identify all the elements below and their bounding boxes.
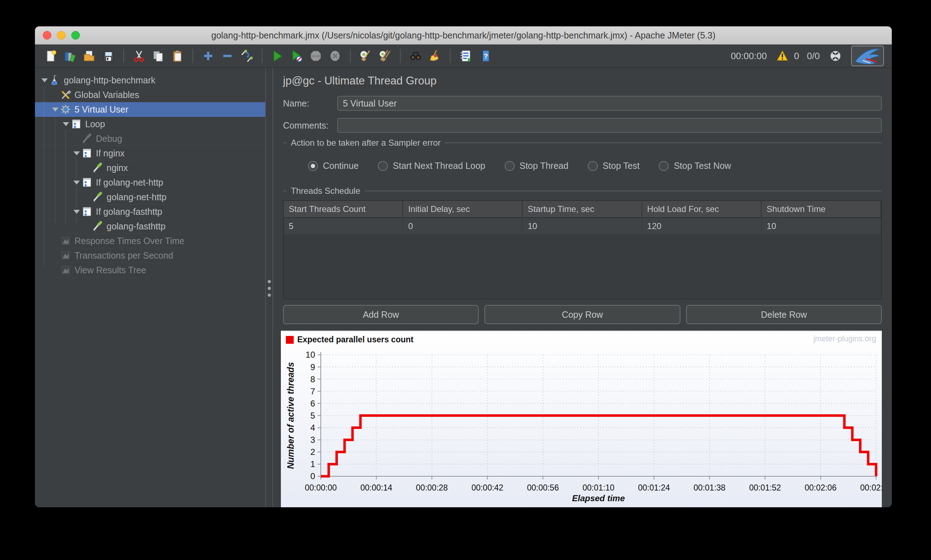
zoom-window-button[interactable] (71, 31, 80, 40)
schedule-cell[interactable]: 10 (523, 218, 642, 235)
add-row-button[interactable]: Add Row (283, 305, 479, 324)
toolbar-copy-button[interactable] (150, 48, 166, 64)
tree-item-label: View Results Tree (74, 265, 146, 275)
toolbar-clear-button[interactable] (358, 48, 373, 64)
radio-circle[interactable] (308, 161, 318, 171)
tree-item-golang-net-http[interactable]: golang-net-http (35, 190, 265, 205)
radio-continue[interactable]: Continue (308, 161, 359, 171)
radio-circle[interactable] (659, 161, 669, 171)
tree-item-label: Debug (96, 134, 122, 144)
radio-circle[interactable] (378, 161, 388, 171)
toolbar-search-button[interactable] (408, 48, 424, 64)
column-header[interactable]: Hold Load For, sec (642, 201, 762, 218)
svg-text:00:00:14: 00:00:14 (360, 483, 392, 492)
listener-icon (60, 250, 71, 261)
threads-schedule-table[interactable]: Start Threads CountInitial Delay, secSta… (283, 200, 882, 299)
svg-text:7: 7 (310, 386, 315, 396)
tree-item-label: If golang-net-http (96, 177, 163, 188)
tree-item-label: If nginx (96, 148, 125, 158)
window-controls (43, 31, 80, 40)
radio-stop-test-now[interactable]: Stop Test Now (659, 161, 731, 171)
tree-item-transactions-per-second[interactable]: Transactions per Second (35, 248, 265, 263)
toolbar-reset-gui-button[interactable] (239, 48, 254, 64)
tree-splitter[interactable] (265, 68, 273, 507)
tree-item-label: Transactions per Second (74, 251, 173, 261)
name-input[interactable] (337, 96, 882, 111)
toolbar-separator (400, 49, 401, 63)
tree-item-loop[interactable]: Loop (35, 117, 265, 131)
toolbar-start-no-timers-button[interactable] (289, 48, 304, 64)
toolbar-help-button[interactable]: ? (477, 48, 493, 64)
tree-item-5-virtual-user[interactable]: 5 Virtual User (35, 102, 265, 117)
remote-start-icon[interactable] (828, 48, 843, 64)
expander-icon[interactable] (61, 122, 71, 126)
column-header[interactable]: Shutdown Time (762, 201, 881, 218)
tree-item-nginx[interactable]: nginx (35, 161, 265, 175)
toolbar-new-file-button[interactable] (43, 48, 59, 64)
toolbar-start-button[interactable] (270, 48, 285, 64)
toolbar-clear-all-button[interactable] (377, 48, 393, 64)
tree-item-if-nginx[interactable]: If nginx (35, 146, 265, 161)
copy-row-button[interactable]: Copy Row (484, 305, 680, 324)
expander-icon[interactable] (72, 181, 82, 185)
tree-item-if-golang-net-http[interactable]: If golang-net-http (35, 175, 265, 190)
toolbar-remove-button[interactable] (220, 48, 235, 64)
minimize-window-button[interactable] (57, 31, 66, 40)
sampler-icon (92, 221, 103, 232)
delete-row-button[interactable]: Delete Row (686, 305, 882, 324)
schedule-header-row: Start Threads CountInitial Delay, secSta… (284, 201, 881, 218)
svg-text:00:01:24: 00:01:24 (638, 483, 670, 492)
comments-input[interactable] (337, 118, 882, 133)
radio-circle[interactable] (588, 161, 598, 171)
close-window-button[interactable] (43, 31, 51, 40)
toolbar-cut-button[interactable] (131, 48, 147, 64)
tree-item-response-times-over-time[interactable]: Response Times Over Time (35, 234, 265, 248)
expander-icon[interactable] (40, 78, 49, 82)
radio-stop-test[interactable]: Stop Test (588, 161, 640, 171)
radio-start-next-thread-loop[interactable]: Start Next Thread Loop (378, 161, 485, 171)
log-errors-indicator[interactable]: 0 (775, 48, 799, 64)
toolbar-save-button[interactable] (100, 48, 116, 64)
tree-item-label: 5 Virtual User (74, 105, 128, 115)
schedule-cell[interactable]: 120 (642, 218, 762, 235)
svg-text:00:00:42: 00:00:42 (472, 483, 504, 492)
schedule-data-row[interactable]: 501012010 (284, 218, 881, 235)
svg-text:STOP: STOP (311, 54, 320, 58)
controller-icon (71, 118, 82, 129)
toolbar-open-file-button[interactable] (81, 48, 97, 64)
toolbar-add-button[interactable] (200, 48, 216, 64)
expander-icon[interactable] (72, 210, 82, 214)
toolbar-clear-search-button[interactable] (427, 48, 443, 64)
tree-item-label: Global Variables (74, 90, 139, 100)
tree-item-golang-fasthttp[interactable]: golang-fasthttp (35, 219, 265, 234)
tree-item-debug[interactable]: Debug (35, 131, 265, 146)
controller-icon (82, 177, 92, 188)
tree-item-label: Loop (85, 119, 105, 129)
toolbar-paste-button[interactable] (170, 48, 185, 64)
radio-label: Stop Thread (520, 161, 569, 171)
jmeter-logo-button[interactable] (851, 46, 884, 66)
tree-indent-guide (65, 130, 66, 223)
expander-icon[interactable] (50, 108, 60, 111)
radio-label: Stop Test (603, 161, 640, 171)
schedule-cell[interactable]: 10 (762, 218, 881, 235)
column-header[interactable]: Initial Delay, sec (403, 201, 523, 218)
tree-item-view-results-tree[interactable]: View Results Tree (35, 263, 265, 277)
svg-text:00:01:38: 00:01:38 (694, 483, 726, 492)
toolbar-separator (450, 49, 450, 63)
schedule-cell[interactable]: 5 (284, 218, 403, 235)
tree-item-global-variables[interactable]: Global Variables (35, 88, 265, 102)
toolbar-function-helper-button[interactable] (458, 48, 473, 64)
svg-text:4: 4 (310, 423, 315, 432)
toolbar-templates-button[interactable] (62, 48, 78, 64)
schedule-cell[interactable]: 0 (403, 218, 523, 235)
radio-stop-thread[interactable]: Stop Thread (505, 161, 569, 171)
expander-icon[interactable] (72, 151, 82, 155)
tree-item-if-golang-fasthttp[interactable]: If golang-fasthttp (35, 205, 265, 219)
column-header[interactable]: Start Threads Count (284, 201, 403, 218)
tree-item-golang-http-benchmark[interactable]: golang-http-benchmark (35, 73, 265, 88)
svg-text:Number of active threads: Number of active threads (285, 362, 296, 469)
column-header[interactable]: Startup Time, sec (523, 201, 642, 218)
radio-circle[interactable] (505, 161, 515, 171)
listener-icon (60, 235, 71, 246)
